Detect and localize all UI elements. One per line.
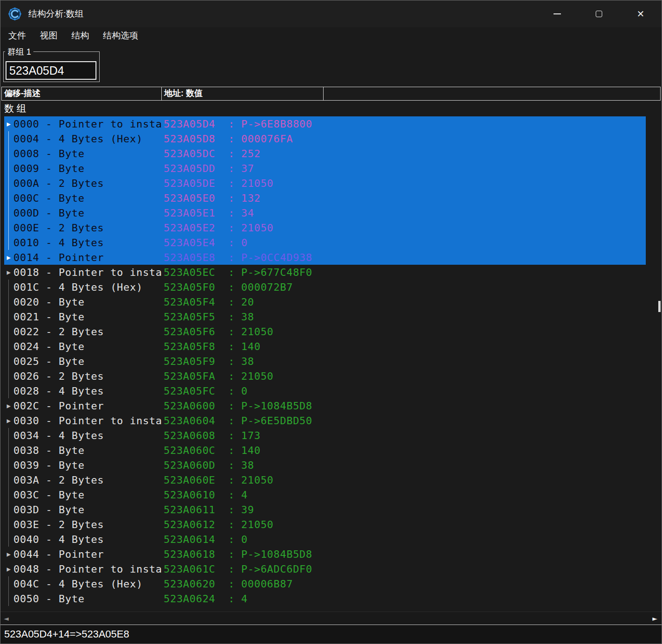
struct-row[interactable]: 0022 - 2 Bytes523A05F6 : 21050 <box>4 324 646 339</box>
row-offset-description: 003E - 2 Bytes <box>13 519 164 530</box>
column-header-empty[interactable] <box>323 87 661 101</box>
column-header-offset-description[interactable]: 偏移-描述 <box>1 87 162 101</box>
minimize-button[interactable] <box>536 0 578 27</box>
tree-line <box>4 161 13 176</box>
group-address-input[interactable] <box>6 61 96 80</box>
row-address-value: 523A05F6 : 21050 <box>164 326 274 338</box>
struct-row[interactable]: 0009 - Byte523A05DD : 37 <box>4 161 646 176</box>
tree-root-array-node[interactable]: 数 组 <box>0 101 662 116</box>
struct-row[interactable]: 0008 - Byte523A05DC : 252 <box>4 146 646 161</box>
struct-row[interactable]: ▸0014 - Pointer523A05E8 : P->0CC4D938 <box>4 250 646 265</box>
column-headers: 偏移-描述 地址: 数值 <box>1 87 661 101</box>
struct-row[interactable]: 0020 - Byte523A05F4 : 20 <box>4 294 646 309</box>
tree-line <box>4 205 13 220</box>
row-offset-description: 0040 - 4 Bytes <box>13 534 164 545</box>
row-address-value: 523A060E : 21050 <box>164 474 274 486</box>
expand-arrow-icon[interactable]: ▸ <box>4 398 13 413</box>
struct-row[interactable]: 0010 - 4 Bytes523A05E4 : 0 <box>4 235 646 250</box>
row-offset-description: 0026 - 2 Bytes <box>13 370 164 382</box>
row-address-value: 523A05E4 : 0 <box>164 237 248 249</box>
struct-row[interactable]: ▸0030 - Pointer to insta523A0604 : P->6E… <box>4 413 646 428</box>
row-offset-description: 0008 - Byte <box>13 148 164 159</box>
group-area: 群组 1 <box>0 44 662 87</box>
column-header-address-value[interactable]: 地址: 数值 <box>161 87 324 101</box>
struct-row[interactable]: 000C - Byte523A05E0 : 132 <box>4 191 646 205</box>
tree-line <box>4 191 13 205</box>
struct-row[interactable]: 000A - 2 Bytes523A05DE : 21050 <box>4 176 646 191</box>
expand-arrow-icon[interactable]: ▸ <box>4 116 13 131</box>
struct-list: ▸0000 - Pointer to insta523A05D4 : P->6E… <box>0 116 662 606</box>
tree-line <box>4 354 13 369</box>
horizontal-scrollbar[interactable]: ◄ ► <box>0 612 662 625</box>
struct-row[interactable]: ▸0048 - Pointer to insta523A061C : P->6A… <box>4 561 646 576</box>
struct-row[interactable]: 003A - 2 Bytes523A060E : 21050 <box>4 472 646 487</box>
struct-row[interactable]: 0021 - Byte523A05F5 : 38 <box>4 309 646 324</box>
group-label: 群组 1 <box>5 46 33 57</box>
tree-line <box>4 472 13 487</box>
struct-row[interactable]: ▸0018 - Pointer to insta523A05EC : P->67… <box>4 265 646 280</box>
row-offset-description: 0034 - 4 Bytes <box>13 430 164 441</box>
struct-row[interactable]: 0028 - 4 Bytes523A05FC : 0 <box>4 383 646 398</box>
close-button[interactable]: ✕ <box>620 0 662 27</box>
struct-row[interactable]: 000D - Byte523A05E1 : 34 <box>4 205 646 220</box>
row-offset-description: 004C - 4 Bytes (Hex) <box>13 578 164 590</box>
struct-row[interactable]: 0038 - Byte523A060C : 140 <box>4 443 646 458</box>
row-address-value: 523A05E2 : 21050 <box>164 222 274 234</box>
row-address-value: 523A05DC : 252 <box>164 148 261 159</box>
struct-row[interactable]: 003C - Byte523A0610 : 4 <box>4 487 646 502</box>
struct-row[interactable]: 0050 - Byte523A0624 : 4 <box>4 591 646 606</box>
tree-line <box>4 324 13 339</box>
scroll-left-icon[interactable]: ◄ <box>4 615 9 622</box>
row-offset-description: 0021 - Byte <box>13 311 164 323</box>
struct-row[interactable]: 0039 - Byte523A060D : 38 <box>4 458 646 472</box>
row-address-value: 523A05E8 : P->0CC4D938 <box>164 252 312 263</box>
menu-structure-options[interactable]: 结构选项 <box>96 30 145 42</box>
menu-file[interactable]: 文件 <box>1 30 33 42</box>
menu-view[interactable]: 视图 <box>33 30 64 42</box>
row-offset-description: 0039 - Byte <box>13 459 164 471</box>
expand-arrow-icon[interactable]: ▸ <box>4 265 13 280</box>
struct-row[interactable]: 003E - 2 Bytes523A0612 : 21050 <box>4 517 646 532</box>
menu-structures[interactable]: 结构 <box>64 30 96 42</box>
struct-row[interactable]: 0004 - 4 Bytes (Hex)523A05D8 : 000076FA <box>4 131 646 146</box>
struct-row[interactable]: 004C - 4 Bytes (Hex)523A0620 : 00006B87 <box>4 576 646 591</box>
tree-line <box>4 146 13 161</box>
struct-row[interactable]: ▸002C - Pointer523A0600 : P->1084B5D8 <box>4 398 646 413</box>
row-address-value: 523A05D4 : P->6E8B8800 <box>164 118 312 130</box>
row-offset-description: 002C - Pointer <box>13 400 164 412</box>
tree-line <box>4 235 13 250</box>
scroll-right-icon[interactable]: ► <box>652 615 657 622</box>
tree-line <box>4 517 13 532</box>
struct-row[interactable]: 001C - 4 Bytes (Hex)523A05F0 : 000072B7 <box>4 280 646 294</box>
tree-line <box>4 339 13 354</box>
vertical-scrollbar-thumb[interactable] <box>658 301 661 312</box>
expand-arrow-icon[interactable]: ▸ <box>4 561 13 576</box>
struct-row[interactable]: ▸0044 - Pointer523A0618 : P->1084B5D8 <box>4 547 646 561</box>
row-address-value: 523A05F4 : 20 <box>164 296 254 308</box>
expand-arrow-icon[interactable]: ▸ <box>4 413 13 428</box>
row-address-value: 523A05DD : 37 <box>164 163 254 174</box>
row-offset-description: 0009 - Byte <box>13 163 164 174</box>
row-address-value: 523A05E1 : 34 <box>164 207 254 219</box>
expand-arrow-icon[interactable]: ▸ <box>4 547 13 561</box>
struct-row[interactable]: 0024 - Byte523A05F8 : 140 <box>4 339 646 354</box>
row-offset-description: 000A - 2 Bytes <box>13 178 164 189</box>
row-address-value: 523A0612 : 21050 <box>164 519 274 530</box>
struct-row[interactable]: 0040 - 4 Bytes523A0614 : 0 <box>4 532 646 547</box>
struct-row[interactable]: 0026 - 2 Bytes523A05FA : 21050 <box>4 369 646 383</box>
struct-row[interactable]: 0034 - 4 Bytes523A0608 : 173 <box>4 428 646 443</box>
row-address-value: 523A05F5 : 38 <box>164 311 254 323</box>
row-address-value: 523A0614 : 0 <box>164 534 248 545</box>
row-address-value: 523A060C : 140 <box>164 445 261 456</box>
row-address-value: 523A061C : P->6ADC6DF0 <box>164 563 312 575</box>
expand-arrow-icon[interactable]: ▸ <box>4 250 13 265</box>
row-offset-description: 0024 - Byte <box>13 341 164 352</box>
struct-row[interactable]: 000E - 2 Bytes523A05E2 : 21050 <box>4 220 646 235</box>
struct-row[interactable]: ▸0000 - Pointer to insta523A05D4 : P->6E… <box>4 116 646 131</box>
struct-row[interactable]: 0025 - Byte523A05F9 : 38 <box>4 354 646 369</box>
row-offset-description: 0044 - Pointer <box>13 548 164 560</box>
row-offset-description: 0022 - 2 Bytes <box>13 326 164 338</box>
struct-row[interactable]: 003D - Byte523A0611 : 39 <box>4 502 646 517</box>
maximize-button[interactable] <box>578 0 620 27</box>
tree-line <box>4 220 13 235</box>
